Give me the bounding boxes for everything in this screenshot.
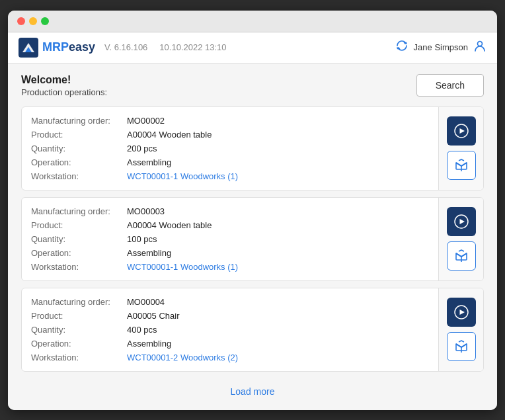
- header-user-area: Jane Simpson: [395, 39, 486, 56]
- play-button-2[interactable]: [447, 207, 476, 236]
- mo-label: Manufacturing order:: [31, 116, 127, 126]
- app-version: V. 6.16.106: [104, 42, 147, 52]
- operation-value: Assembling: [127, 157, 171, 167]
- welcome-text: Welcome! Production operations:: [21, 74, 107, 97]
- quantity-value: 100 pcs: [127, 234, 157, 244]
- workstation-value[interactable]: WCT00001-1 Woodworks (1): [127, 171, 238, 181]
- load-more-button[interactable]: Load more: [21, 378, 484, 399]
- order-row-quantity: Quantity: 400 pcs: [31, 323, 429, 337]
- product-label: Product:: [31, 130, 127, 140]
- order-info-3: Manufacturing order: MO00004 Product: A0…: [22, 288, 438, 371]
- order-actions-1: [438, 107, 483, 190]
- operation-value: Assembling: [127, 339, 171, 349]
- mo-value: MO00003: [127, 206, 165, 216]
- workstation-label: Workstation:: [31, 262, 127, 272]
- product-label: Product:: [31, 311, 127, 321]
- svg-marker-8: [459, 219, 465, 224]
- order-row-mo: Manufacturing order: MO00002: [31, 114, 429, 128]
- user-icon[interactable]: [473, 39, 486, 56]
- order-row-product: Product: A00005 Chair: [31, 309, 429, 323]
- svg-point-3: [478, 42, 483, 46]
- main-window: MRPeasy V. 6.16.106 10.10.2022 13:10 Jan…: [8, 11, 497, 410]
- quantity-label: Quantity:: [31, 144, 127, 153]
- operation-label: Operation:: [31, 339, 127, 349]
- main-content: Welcome! Production operations: Search M…: [8, 63, 497, 410]
- order-row-mo: Manufacturing order: MO00003: [31, 204, 429, 218]
- app-header: MRPeasy V. 6.16.106 10.10.2022 13:10 Jan…: [8, 32, 497, 63]
- operation-label: Operation:: [31, 157, 127, 167]
- order-card-3: Manufacturing order: MO00004 Product: A0…: [21, 288, 484, 372]
- welcome-row: Welcome! Production operations: Search: [21, 74, 484, 97]
- order-row-operation: Operation: Assembling: [31, 155, 429, 169]
- product-label: Product:: [31, 220, 127, 230]
- mo-value: MO00004: [127, 297, 165, 307]
- welcome-title: Welcome!: [21, 74, 107, 86]
- mo-label: Manufacturing order:: [31, 297, 127, 307]
- close-button[interactable]: [17, 17, 25, 25]
- order-row-quantity: Quantity: 200 pcs: [31, 142, 429, 155]
- order-card-2: Manufacturing order: MO00003 Product: A0…: [21, 197, 484, 281]
- quantity-label: Quantity:: [31, 325, 127, 335]
- minimize-button[interactable]: [29, 17, 37, 25]
- svg-marker-5: [459, 128, 465, 134]
- order-info-1: Manufacturing order: MO00002 Product: A0…: [22, 107, 438, 190]
- order-row-quantity: Quantity: 100 pcs: [31, 232, 429, 246]
- box-button-2[interactable]: [447, 241, 476, 271]
- workstation-value[interactable]: WCT00001-1 Woodworks (1): [127, 262, 238, 272]
- order-actions-3: [438, 288, 483, 371]
- order-row-product: Product: A00004 Wooden table: [31, 128, 429, 142]
- title-bar: [8, 11, 497, 32]
- workstation-label: Workstation:: [31, 353, 127, 362]
- maximize-button[interactable]: [41, 17, 49, 25]
- workstation-value[interactable]: WCT00001-2 Woodworks (2): [127, 353, 238, 362]
- order-info-2: Manufacturing order: MO00003 Product: A0…: [22, 198, 438, 280]
- quantity-label: Quantity:: [31, 234, 127, 244]
- order-row-product: Product: A00004 Wooden table: [31, 218, 429, 232]
- play-button-3[interactable]: [447, 298, 476, 327]
- play-button-1[interactable]: [447, 116, 476, 146]
- production-ops-label: Production operations:: [21, 87, 107, 97]
- workstation-label: Workstation:: [31, 171, 127, 181]
- search-button[interactable]: Search: [416, 74, 484, 97]
- user-name: Jane Simpson: [414, 42, 468, 52]
- refresh-icon[interactable]: [395, 39, 408, 56]
- order-card-1: Manufacturing order: MO00002 Product: A0…: [21, 106, 484, 190]
- quantity-value: 400 pcs: [127, 325, 157, 335]
- svg-marker-11: [459, 310, 465, 315]
- box-button-1[interactable]: [447, 151, 476, 180]
- app-datetime: 10.10.2022 13:10: [159, 42, 226, 52]
- app-name: MRPeasy: [42, 40, 95, 54]
- order-row-operation: Operation: Assembling: [31, 337, 429, 351]
- mo-value: MO00002: [127, 116, 165, 126]
- traffic-lights: [17, 17, 49, 25]
- product-value: A00004 Wooden table: [127, 130, 212, 140]
- orders-list: Manufacturing order: MO00002 Product: A0…: [21, 106, 484, 378]
- order-row-workstation: Workstation: WCT00001-2 Woodworks (2): [31, 351, 429, 364]
- product-value: A00004 Wooden table: [127, 220, 212, 230]
- order-actions-2: [438, 198, 483, 280]
- operation-value: Assembling: [127, 248, 171, 258]
- order-row-mo: Manufacturing order: MO00004: [31, 295, 429, 309]
- product-value: A00005 Chair: [127, 311, 180, 321]
- operation-label: Operation:: [31, 248, 127, 258]
- quantity-value: 200 pcs: [127, 144, 157, 153]
- mo-label: Manufacturing order:: [31, 206, 127, 216]
- order-row-operation: Operation: Assembling: [31, 246, 429, 260]
- box-button-3[interactable]: [447, 332, 476, 361]
- order-row-workstation: Workstation: WCT00001-1 Woodworks (1): [31, 260, 429, 274]
- logo-area: MRPeasy V. 6.16.106 10.10.2022 13:10: [19, 38, 227, 58]
- order-row-workstation: Workstation: WCT00001-1 Woodworks (1): [31, 169, 429, 183]
- logo-icon: [19, 38, 38, 58]
